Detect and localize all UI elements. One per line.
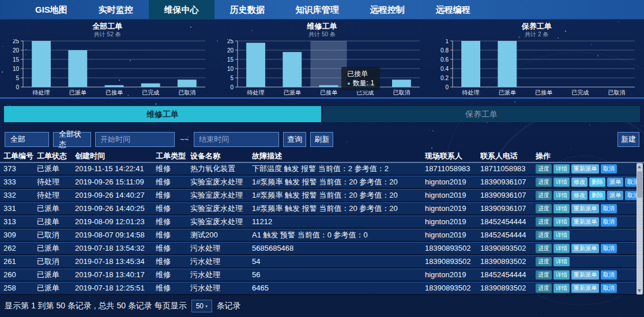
cancel-button[interactable]: 取消 [601, 284, 617, 293]
nav-tab-remote-control[interactable]: 远程控制 [355, 0, 420, 19]
cell-site-contact: 18711058983 [425, 163, 480, 175]
details-button[interactable]: 详情 [553, 244, 570, 253]
series-dot-icon: ● [347, 81, 350, 86]
cell-fault-description: A1 触发 预警 当前值：0 参考值：0 [252, 229, 425, 241]
status-select[interactable]: 全部状态 [53, 132, 91, 147]
details-button[interactable]: 详情 [553, 164, 570, 173]
cell-contact-phone: 18390893502 [480, 256, 536, 267]
cell-order-type: 维修 [156, 190, 190, 201]
progress-button[interactable]: 进度 [536, 284, 552, 293]
details-button[interactable]: 详情 [553, 270, 570, 280]
cell-site-contact: hignton2019 [425, 203, 480, 214]
nav-tab-maintenance-center[interactable]: 维保中心 [149, 0, 214, 19]
progress-button[interactable]: 进度 [536, 244, 552, 253]
nav-tab-knowledge-base[interactable]: 知识库管理 [280, 0, 355, 19]
chart-bar[interactable] [105, 85, 124, 87]
chart-bar[interactable] [392, 80, 411, 87]
chart-bar[interactable] [141, 84, 160, 87]
edit-button[interactable]: 修改 [571, 191, 587, 200]
bar-chart-svg[interactable]: 0510152025待处理已派单已接单已完成已取消 [217, 39, 427, 97]
delete-button[interactable]: 删除 [589, 191, 605, 200]
chart-bar[interactable] [283, 52, 302, 87]
cell-order-type: 维修 [156, 256, 190, 267]
chart-bar[interactable] [69, 50, 88, 87]
details-button[interactable]: 详情 [553, 204, 570, 213]
progress-button[interactable]: 进度 [536, 270, 552, 280]
cancel-button[interactable]: 取消 [601, 244, 617, 253]
cell-order-id: 309 [3, 229, 37, 241]
details-button[interactable]: 详情 [553, 191, 570, 200]
cell-contact-phone: 18711058983 [480, 163, 536, 175]
chart-bar[interactable] [319, 85, 338, 87]
details-button[interactable]: 详情 [553, 284, 570, 293]
progress-button[interactable]: 进度 [536, 204, 552, 213]
table-scrollbar[interactable] [637, 163, 643, 295]
chart-bar[interactable] [461, 41, 480, 87]
tab-repair-orders[interactable]: 维修工单 [4, 106, 321, 122]
delete-button[interactable]: 删除 [589, 178, 605, 187]
cancel-button[interactable]: 取消 [601, 204, 617, 213]
scroll-down-icon[interactable] [638, 289, 641, 292]
cell-device-name: 热力氧化装置 [190, 163, 252, 175]
category-select[interactable]: 全部 [5, 132, 49, 147]
svg-text:5: 5 [16, 75, 20, 81]
cell-fault-description: 6465 [252, 282, 425, 294]
refresh-button[interactable]: 刷新 [310, 132, 333, 147]
cancel-button[interactable]: 取消 [601, 217, 617, 227]
redispatch-button[interactable]: 重新派单 [571, 217, 599, 227]
cell-contact-phone: 18452454444 [480, 216, 536, 228]
cell-order-id: 261 [3, 256, 37, 267]
details-button[interactable]: 详情 [553, 178, 570, 187]
svg-text:1: 1 [445, 39, 449, 44]
nav-tab-gis-map[interactable]: GIS地图 [20, 0, 83, 19]
bar-chart-svg[interactable]: 0510152025待处理已派单已接单已完成已取消 [2, 39, 212, 97]
bar-chart-svg[interactable]: 00.20.40.60.81待处理已派单已接单已完成已取消 [432, 39, 642, 97]
create-new-button[interactable]: 新建 [617, 132, 639, 147]
progress-button[interactable]: 进度 [536, 164, 552, 173]
edit-button[interactable]: 修改 [571, 178, 587, 187]
cancel-button[interactable]: 取消 [601, 270, 617, 280]
progress-button[interactable]: 进度 [536, 178, 552, 187]
cell-actions: 进度详情重新派单取消 [536, 244, 644, 253]
svg-text:25: 25 [13, 39, 20, 44]
nav-tab-realtime-monitor[interactable]: 实时监控 [83, 0, 149, 19]
progress-button[interactable]: 进度 [536, 191, 552, 200]
chart-title: 保养工单 [430, 22, 644, 31]
cell-order-id: 331 [3, 203, 37, 214]
cell-order-status: 待处理 [37, 176, 75, 188]
details-button[interactable]: 详情 [553, 217, 570, 227]
cancel-button[interactable]: 取消 [601, 164, 617, 173]
redispatch-button[interactable]: 重新派单 [571, 244, 599, 253]
chart-bar[interactable] [247, 43, 266, 87]
dispatch-button[interactable]: 派单 [607, 178, 623, 187]
end-date-input[interactable] [194, 132, 279, 147]
redispatch-button[interactable]: 重新派单 [571, 270, 599, 280]
redispatch-button[interactable]: 重新派单 [571, 204, 599, 213]
dispatch-button[interactable]: 派单 [607, 191, 623, 200]
scrollbar-thumb[interactable] [637, 171, 642, 198]
cell-contact-phone: 18390936107 [480, 190, 536, 201]
nav-tab-history-data[interactable]: 历史数据 [214, 0, 280, 19]
progress-button[interactable]: 进度 [536, 231, 552, 240]
redispatch-button[interactable]: 重新派单 [571, 164, 599, 173]
chart-bar[interactable] [178, 80, 197, 87]
scroll-up-icon[interactable] [638, 165, 641, 168]
details-button[interactable]: 详情 [553, 231, 570, 240]
progress-button[interactable]: 进度 [536, 257, 552, 266]
chart-bar[interactable] [498, 41, 517, 87]
cell-actions: 进度详情重新派单取消 [536, 164, 644, 173]
nav-tab-remote-programming[interactable]: 远程编程 [420, 0, 486, 19]
svg-text:0.4: 0.4 [440, 66, 449, 72]
search-button[interactable]: 查询 [283, 132, 306, 147]
start-date-input[interactable] [95, 132, 175, 147]
chart-bar[interactable] [32, 41, 51, 87]
column-header: 故障描述 [252, 151, 425, 161]
details-button[interactable]: 详情 [553, 257, 570, 266]
progress-button[interactable]: 进度 [536, 217, 552, 227]
cell-order-type: 维修 [156, 243, 190, 254]
cell-contact-phone: 18390936107 [480, 176, 536, 188]
tab-maintenance-orders[interactable]: 保养工单 [323, 106, 640, 122]
page-size-select[interactable]: 50 ▾ [191, 300, 212, 312]
redispatch-button[interactable]: 重新派单 [571, 284, 599, 293]
svg-text:已派单: 已派单 [284, 89, 302, 96]
